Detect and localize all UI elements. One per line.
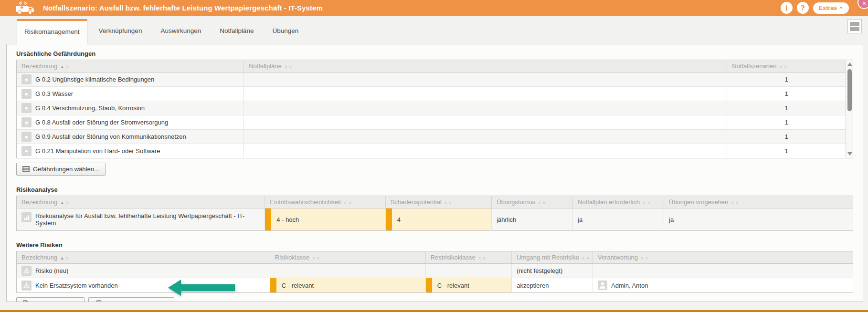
table-header-row: Bezeichnung ▲∨ Risikoklasse ∧∨ Restrisik… (17, 251, 853, 264)
sort-down-icon: ∨ (542, 200, 546, 205)
risk-level-bar (265, 208, 271, 230)
table-row[interactable]: Kein Ersatzsystem vorhanden C - relevant… (17, 278, 853, 293)
column-label: Restrisikoklasse (431, 254, 476, 261)
extras-button[interactable]: Extras ▼ (813, 2, 849, 14)
table-row[interactable]: G 0.9 Ausfall oder Störung von Kommunika… (17, 130, 846, 144)
tab-risikomanagement[interactable]: Risikomanagement (17, 19, 87, 44)
hazard-cloud-icon (21, 74, 32, 84)
info-icon[interactable]: i (781, 2, 793, 14)
risikomanagement-panel: Ursächliche Gefährdungen Bezeichnung ▲∨ … (6, 44, 863, 302)
sort-up-icon: ∧ (312, 256, 316, 260)
sort-up-icon: ∧ (779, 64, 783, 69)
hazard-cloud-icon (21, 103, 32, 113)
button-label: Risiken kopieren von... (105, 300, 168, 302)
cell-uebungen-vorgesehen: ja (669, 216, 674, 223)
column-header-bezeichnung[interactable]: Bezeichnung ▲∨ (17, 196, 265, 208)
new-document-icon: ✱ (22, 300, 29, 302)
tab-auswirkungen[interactable]: Auswirkungen (153, 19, 208, 44)
sort-up-icon: ∧ (582, 256, 586, 260)
cell-umgang-mit-restrisiko: (nicht festgelegt) (517, 267, 562, 274)
table-row[interactable]: G 0.4 Verschmutzung, Staub, Korrosion 1 (17, 101, 846, 115)
app-header: Notfallszenario: Ausfall bzw. fehlerhaft… (0, 0, 868, 16)
sort-down-icon: ∨ (586, 256, 590, 260)
cell-schadenspotential: 4 (397, 216, 401, 223)
sort-desc-icon: ∨ (66, 64, 70, 69)
cell-notfallszenarien: 1 (785, 119, 788, 126)
copy-risks-button[interactable]: Risiken kopieren von... (88, 297, 174, 302)
sort-up-icon: ∧ (444, 200, 448, 205)
sort-asc-icon: ▲ (60, 200, 65, 205)
table-row[interactable]: G 0.2 Ungünstige klimatische Bedingungen… (17, 73, 846, 87)
tab-uebungen[interactable]: Übungen (265, 19, 306, 44)
scrollbar-thumb[interactable] (847, 69, 852, 111)
row-label: Risikoanalyse für Ausfall bzw. fehlherha… (35, 212, 260, 227)
tab-bar: Risikomanagement Verknüpfungen Auswirkun… (17, 19, 310, 44)
column-label: Übungen vorgesehen (669, 198, 728, 206)
sort-up-icon: ∧ (641, 256, 645, 260)
risk-level-bar (386, 208, 392, 230)
cell-notfallszenarien: 1 (785, 104, 788, 112)
sort-up-icon: ∧ (643, 200, 646, 205)
table-row[interactable]: Risiko (neu) (nicht festgelegt) (17, 264, 853, 278)
column-header-notfallszenarien[interactable]: Notfallszenarien ∧∨ (727, 60, 846, 73)
column-label: Notfallplan erforderlich (578, 198, 640, 206)
help-glyph: ? (801, 4, 804, 12)
person-icon (598, 281, 607, 290)
column-header-uebungsturnus[interactable]: Übungsturnus ∧∨ (492, 196, 573, 208)
column-label: Übungsturnus (497, 198, 535, 206)
row-label: Kein Ersatzsystem vorhanden (35, 282, 118, 289)
table-row[interactable]: G 0.3 Wasser 1 (17, 87, 846, 101)
close-icon[interactable]: ✕ (857, 0, 868, 9)
table-header-row: Bezeichnung ▲∨ Eintrittswahrscheinlichke… (17, 196, 853, 208)
risk-warning-icon (21, 281, 32, 291)
column-label: Risikoklasse (275, 254, 309, 261)
sort-asc-icon: ▲ (60, 256, 65, 260)
help-icon[interactable]: ? (797, 2, 809, 14)
bottom-accent-line (0, 310, 868, 312)
column-header-verantwortung[interactable]: Verantwortung ∧∨ (593, 251, 853, 264)
row-label: Risiko (neu) (35, 267, 68, 274)
column-label: Verantwortung (598, 254, 638, 261)
layout-toggle-icon[interactable] (847, 19, 862, 33)
sort-down-icon: ∨ (348, 200, 352, 205)
sort-up-icon: ∧ (478, 256, 482, 260)
column-header-eintrittswahrscheinlichkeit[interactable]: Eintrittswahrscheinlichkeit ∧∨ (265, 196, 385, 208)
chart-icon (21, 212, 32, 222)
tab-verknuepfungen[interactable]: Verknüpfungen (92, 19, 149, 44)
column-header-uebungen-vorgesehen[interactable]: Übungen vorgesehen ∧∨ (664, 196, 853, 208)
risk-warning-icon (21, 266, 32, 276)
sort-down-icon: ∨ (645, 256, 649, 260)
info-glyph: i (785, 4, 788, 12)
column-header-bezeichnung[interactable]: Bezeichnung ▲∨ (17, 60, 244, 73)
tab-notfallplaene[interactable]: Notfallpläne (212, 19, 261, 44)
select-hazards-button[interactable]: Gefährdungen wählen... (16, 163, 106, 176)
risk-level-bar (426, 278, 432, 292)
sort-down-icon: ∨ (317, 256, 320, 260)
column-header-notfallplaene[interactable]: Notfallpläne ∧∨ (244, 60, 727, 73)
column-label: Schadenspotential (391, 198, 442, 206)
column-header-restrisikoklasse[interactable]: Restrisikoklasse ∧∨ (425, 251, 511, 264)
table-row[interactable]: G 0.8 Ausfall oder Störung der Stromvers… (17, 115, 846, 130)
scroll-down-icon[interactable] (847, 152, 852, 156)
column-header-schadenspotential[interactable]: Schadenspotential ∧∨ (385, 196, 492, 208)
sort-up-icon: ∧ (284, 64, 288, 69)
column-header-risikoklasse[interactable]: Risikoklasse ∧∨ (270, 251, 425, 264)
table-row[interactable]: G 0.21 Manipulation von Hard- oder Softw… (17, 144, 846, 158)
row-label: G 0.8 Ausfall oder Störung der Stromvers… (35, 119, 168, 126)
column-header-umgang-mit-restrisiko[interactable]: Umgang mit Restrisiko ∧∨ (512, 251, 593, 264)
hazard-cloud-icon (21, 117, 32, 127)
button-label: Gefährdungen wählen... (33, 166, 99, 173)
cell-notfallszenarien: 1 (785, 133, 788, 140)
table-row[interactable]: Risikoanalyse für Ausfall bzw. fehlherha… (17, 208, 853, 231)
column-header-bezeichnung[interactable]: Bezeichnung ▲∨ (17, 251, 270, 264)
table-scrollbar[interactable] (846, 60, 853, 158)
sort-down-icon: ∨ (449, 200, 453, 205)
scroll-up-icon[interactable] (847, 62, 852, 66)
risk-level-bar (270, 278, 276, 292)
copy-icon (95, 300, 102, 302)
column-header-notfallplan-erforderlich[interactable]: Notfallplan erforderlich ∧∨ (573, 196, 664, 208)
cell-umgang-mit-restrisiko: akzeptieren (517, 282, 549, 289)
row-label: G 0.21 Manipulation von Hard- oder Softw… (35, 147, 160, 155)
create-risk-button[interactable]: ✱ Risiko anlegen... (16, 297, 85, 302)
layout-bar-icon (850, 27, 859, 31)
